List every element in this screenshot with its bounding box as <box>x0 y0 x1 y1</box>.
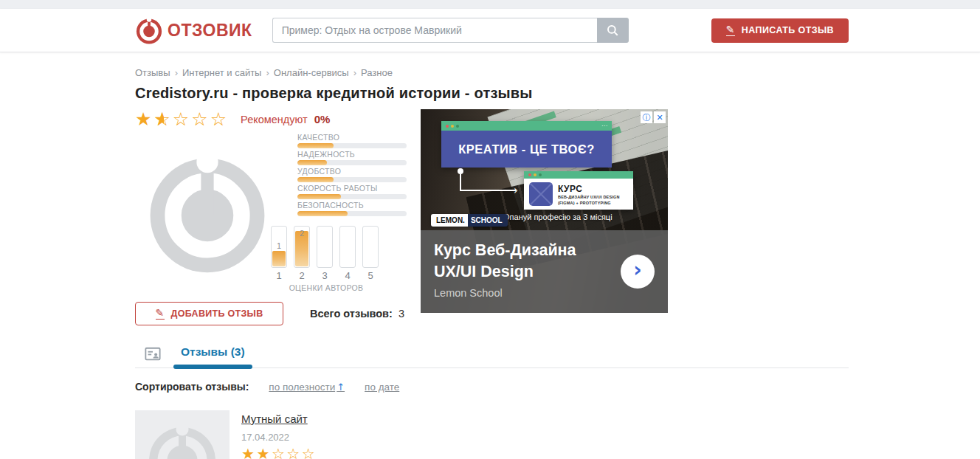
window-dots-icon <box>528 173 542 176</box>
review-date: 17.04.2022 <box>241 432 317 443</box>
review-body: Мутный сайт 17.04.2022 ★★☆☆☆ <box>241 410 317 459</box>
rating-section: ★☆★☆☆☆ Рекомендуют 0% <box>135 107 849 325</box>
site-header: ОТЗОВИК ✎ НАПИСАТЬ ОТЗЫВ <box>0 9 980 52</box>
summary-row: ✎ ДОБАВИТЬ ОТЗЫВ Всего отзывов: 3 <box>135 302 421 325</box>
lemon-school-logo: LEMON. SCHOOL <box>431 214 508 227</box>
rating-criterion-row: БЕЗОПАСНОСТЬ <box>297 201 408 216</box>
histogram-score-label: 1 <box>271 270 287 281</box>
review-item: Мутный сайт 17.04.2022 ★★☆☆☆ <box>135 410 849 459</box>
histogram-column: 2 <box>294 226 310 268</box>
ad-overlay-title: Курс Веб-Дизайна UX/UI Design <box>434 240 618 283</box>
star-empty-icon: ☆ <box>191 110 210 128</box>
tab-active-underline <box>173 365 252 369</box>
recommend-text: Рекомендуют 0% <box>241 113 330 125</box>
chevron-right-icon: › <box>633 260 642 280</box>
star-empty-icon: ☆ <box>173 110 191 128</box>
otzovik-logo-text: ОТЗОВИК <box>168 21 252 41</box>
histogram-columns: 12 <box>271 226 382 268</box>
criteria-and-histogram: КАЧЕСТВОНАДЕЖНОСТЬУДОБСТВОСКОРОСТЬ РАБОТ… <box>271 147 408 292</box>
tab-reviews[interactable]: Отзывы (3) <box>181 345 245 367</box>
ad-next-button[interactable]: › <box>621 255 655 289</box>
histogram-column: 1 <box>271 226 287 268</box>
total-reviews-value: 3 <box>398 308 404 320</box>
recommend-value: 0% <box>314 113 331 125</box>
breadcrumb-separator: › <box>266 67 269 78</box>
company-info-tab-icon[interactable] <box>145 347 161 361</box>
logo-and-criteria: КАЧЕСТВОНАДЕЖНОСТЬУДОБСТВОСКОРОСТЬ РАБОТ… <box>135 147 421 292</box>
ad-tagline: Опануй професію за 3 місяці <box>503 213 612 221</box>
histogram-column <box>362 226 379 268</box>
pencil-icon: ✎ <box>726 24 735 36</box>
criterion-bar-fill <box>297 177 334 182</box>
add-review-button[interactable]: ✎ ДОБАВИТЬ ОТЗЫВ <box>135 302 283 325</box>
criterion-bar-track <box>297 177 407 182</box>
criterion-label: СКОРОСТЬ РАБОТЫ <box>297 184 408 193</box>
add-review-label: ДОБАВИТЬ ОТЗЫВ <box>171 308 263 319</box>
criterion-bar-fill <box>297 194 341 199</box>
rating-criteria: КАЧЕСТВОНАДЕЖНОСТЬУДОБСТВОСКОРОСТЬ РАБОТ… <box>297 133 408 216</box>
ad-card-line1: ВЕБ-ДИЗАЙНУ UX/UI DESIGN <box>558 195 620 199</box>
breadcrumb-separator: › <box>353 67 356 78</box>
ad-card-line2: (FIGMA) + PROTOTYPING <box>558 201 620 205</box>
author-scores-histogram: 12 12345 ОЦЕНКИ АВТОРОВ <box>271 226 382 292</box>
histogram-count: 1 <box>272 241 286 250</box>
ad-overlay: Курс Веб-Дизайна UX/UI Design Lemon Scho… <box>421 230 668 313</box>
breadcrumb-link[interactable]: Разное <box>361 67 393 78</box>
sort-by-date-link[interactable]: по дате <box>365 382 399 393</box>
otzovik-logo[interactable]: ОТЗОВИК <box>135 16 252 44</box>
otzovik-logo-icon <box>135 16 163 44</box>
criterion-bar-fill <box>297 143 334 148</box>
ad-banner[interactable]: ⓘ ✕ ⋯ КРЕАТИВ - ЦЕ ТВОЄ? › <box>421 109 668 313</box>
star-empty-icon: ☆ <box>272 446 286 459</box>
star-half-icon: ☆★ <box>153 110 172 128</box>
connector-arrow-icon: › <box>514 184 518 197</box>
search-bar <box>272 18 629 43</box>
histogram-count: 2 <box>294 229 309 238</box>
star-empty-icon: ☆ <box>302 446 317 459</box>
sort-arrow-up-icon: ↑ <box>337 382 345 393</box>
connector-line-vertical <box>460 174 461 190</box>
ad-card-text: КУРС ВЕБ-ДИЗАЙНУ UX/UI DESIGN (FIGMA) + … <box>558 184 620 205</box>
search-input[interactable] <box>272 18 597 43</box>
ad-course-card: КУРС ВЕБ-ДИЗАЙНУ UX/UI DESIGN (FIGMA) + … <box>524 171 633 210</box>
criterion-label: НАДЕЖНОСТЬ <box>297 150 408 159</box>
histogram-score-label: 3 <box>317 270 333 281</box>
total-reviews: Всего отзывов: 3 <box>310 308 404 320</box>
overall-rating-row: ★☆★☆☆☆ Рекомендуют 0% <box>135 107 421 131</box>
review-title-link[interactable]: Мутный сайт <box>241 413 308 425</box>
figma-square-icon <box>529 182 553 206</box>
sort-by-usefulness-link[interactable]: по полезности↑ <box>269 382 345 393</box>
lemon-logo-right: SCHOOL <box>468 214 508 227</box>
lemon-logo-left: LEMON. <box>431 214 468 227</box>
histogram-score-label: 4 <box>339 270 356 281</box>
criterion-label: УДОБСТВО <box>297 167 408 176</box>
breadcrumb-link[interactable]: Отзывы <box>135 67 170 78</box>
breadcrumb-link[interactable]: Интернет и сайты <box>182 67 262 78</box>
ad-close-icon[interactable]: ✕ <box>654 111 666 123</box>
ad-info-icon[interactable]: ⓘ <box>641 111 652 123</box>
star-full-icon: ★ <box>241 446 256 459</box>
tab-bar: Отзывы (3) <box>135 345 849 368</box>
write-review-button[interactable]: ✎ НАПИСАТЬ ОТЗЫВ <box>711 18 849 43</box>
top-strip <box>0 0 980 9</box>
histogram-fill <box>272 251 286 266</box>
star-full-icon: ★ <box>135 110 153 128</box>
connector-line-horizontal <box>460 190 516 191</box>
rating-criterion-row: УДОБСТВО <box>297 167 408 182</box>
histogram-score-label: 5 <box>362 270 379 281</box>
pencil-plus-icon: ✎ <box>156 308 165 320</box>
criterion-bar-track <box>297 211 407 216</box>
otzovik-mark-gray-icon <box>145 421 219 459</box>
company-logo-placeholder <box>144 147 271 274</box>
tab-reviews-label: Отзывы (3) <box>181 345 245 358</box>
breadcrumb-link[interactable]: Онлайн-сервисы <box>274 67 349 78</box>
criterion-label: БЕЗОПАСНОСТЬ <box>297 201 408 210</box>
rating-criterion-row: КАЧЕСТВО <box>297 133 408 148</box>
search-button[interactable] <box>597 18 629 43</box>
ad-headline-window: ⋯ КРЕАТИВ - ЦЕ ТВОЄ? <box>441 121 612 168</box>
histogram-axis: 12345 <box>271 270 382 281</box>
ad-choices: ⓘ ✕ <box>641 111 666 123</box>
sort-label: Сортировать отзывы: <box>135 381 249 393</box>
star-full-icon: ★ <box>256 446 271 459</box>
overall-star-rating: ★☆★☆☆☆ <box>135 110 229 128</box>
